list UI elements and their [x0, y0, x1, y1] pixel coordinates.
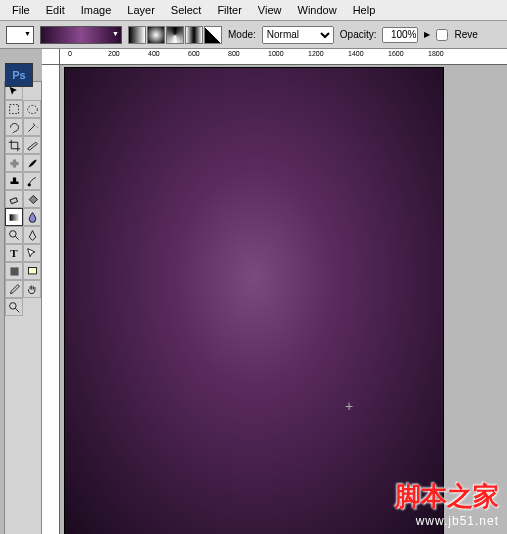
ellipse-marquee-tool[interactable] [23, 100, 41, 118]
blur-tool[interactable] [23, 208, 41, 226]
menu-help[interactable]: Help [345, 2, 384, 18]
opacity-label: Opacity: [340, 29, 377, 40]
svg-point-4 [27, 183, 30, 186]
menu-window[interactable]: Window [290, 2, 345, 18]
gradient-tool[interactable] [5, 208, 23, 226]
ruler-tick: 800 [228, 50, 240, 57]
marquee-tool[interactable] [5, 100, 23, 118]
dodge-tool[interactable] [5, 226, 23, 244]
bucket-tool[interactable] [23, 190, 41, 208]
mode-select[interactable]: Normal [262, 26, 334, 44]
gradient-type-group [128, 26, 222, 44]
brush-tool[interactable] [23, 154, 41, 172]
options-bar: Mode: Normal Opacity: ▶ Reve [0, 21, 507, 49]
ruler-tick: 200 [108, 50, 120, 57]
zoom-tool[interactable] [5, 298, 23, 316]
hand-tool[interactable] [23, 280, 41, 298]
eyedropper-tool[interactable] [5, 280, 23, 298]
gradient-linear-button[interactable] [128, 26, 146, 44]
path-tool[interactable] [23, 244, 41, 262]
reverse-label: Reve [454, 29, 477, 40]
menu-file[interactable]: File [4, 2, 38, 18]
shape-tool[interactable] [5, 262, 23, 280]
ruler-tick: 1200 [308, 50, 324, 57]
menu-image[interactable]: Image [73, 2, 120, 18]
stamp-tool[interactable] [5, 172, 23, 190]
ps-logo-icon: Ps [5, 63, 33, 87]
gradient-diamond-button[interactable] [204, 26, 222, 44]
history-brush-tool[interactable] [23, 172, 41, 190]
ruler-tick: 600 [188, 50, 200, 57]
svg-point-1 [27, 105, 37, 113]
menu-layer[interactable]: Layer [119, 2, 163, 18]
svg-rect-5 [10, 197, 17, 203]
svg-rect-9 [28, 267, 36, 274]
ruler-vertical[interactable] [42, 65, 60, 534]
ruler-tick: 1800 [428, 50, 444, 57]
mode-label: Mode: [228, 29, 256, 40]
ruler-tick: 0 [68, 50, 72, 57]
menu-bar: File Edit Image Layer Select Filter View… [0, 0, 507, 21]
gradient-radial-button[interactable] [147, 26, 165, 44]
ruler-tick: 1400 [348, 50, 364, 57]
toolbox: T [4, 81, 42, 534]
type-tool[interactable]: T [5, 244, 23, 262]
wand-tool[interactable] [23, 118, 41, 136]
crop-tool[interactable] [5, 136, 23, 154]
ruler-tick: 400 [148, 50, 160, 57]
menu-view[interactable]: View [250, 2, 290, 18]
svg-rect-3 [12, 159, 15, 167]
gradient-angle-button[interactable] [166, 26, 184, 44]
svg-rect-0 [9, 104, 18, 113]
crosshair-cursor-icon: + [345, 398, 353, 414]
ruler-tick: 1600 [388, 50, 404, 57]
opacity-input[interactable] [382, 27, 418, 43]
document-canvas[interactable]: + [64, 67, 444, 534]
pen-tool[interactable] [23, 226, 41, 244]
ruler-tick: 1000 [268, 50, 284, 57]
notes-tool[interactable] [23, 262, 41, 280]
gradient-preview[interactable] [40, 26, 122, 44]
svg-point-7 [9, 230, 16, 237]
eraser-tool[interactable] [5, 190, 23, 208]
foreground-swatch[interactable] [6, 26, 34, 44]
menu-edit[interactable]: Edit [38, 2, 73, 18]
menu-select[interactable]: Select [163, 2, 210, 18]
ruler-horizontal[interactable]: 0 200 400 600 800 1000 1200 1400 1600 18… [60, 49, 507, 65]
lasso-tool[interactable] [5, 118, 23, 136]
ruler-corner[interactable] [42, 49, 60, 65]
heal-tool[interactable] [5, 154, 23, 172]
canvas-area: 0 200 400 600 800 1000 1200 1400 1600 18… [42, 49, 507, 534]
svg-rect-6 [9, 214, 19, 221]
slice-tool[interactable] [23, 136, 41, 154]
opacity-arrow-icon[interactable]: ▶ [424, 30, 430, 39]
menu-filter[interactable]: Filter [209, 2, 249, 18]
svg-point-10 [9, 302, 16, 309]
gradient-reflected-button[interactable] [185, 26, 203, 44]
reverse-checkbox[interactable] [436, 29, 448, 41]
svg-rect-8 [10, 267, 18, 275]
